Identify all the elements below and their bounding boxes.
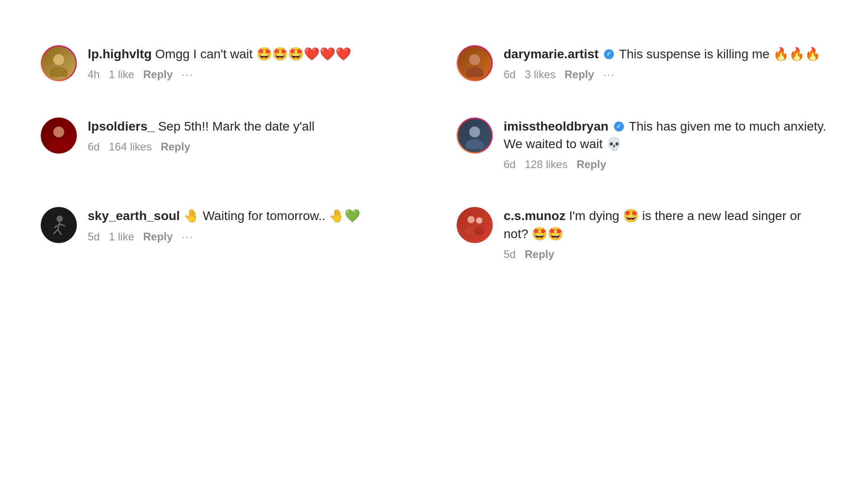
comment-meta: 6d 164 likes Reply xyxy=(88,141,411,153)
verified-badge-icon xyxy=(614,122,624,131)
comment-content: This suspense is killing me 🔥🔥🔥 xyxy=(619,47,821,61)
comment-text: lpsoldiers_ Sep 5th!! Mark the date y'al… xyxy=(88,117,411,135)
comment-meta: 5d Reply xyxy=(504,248,827,261)
comment-item: sky_earth_soul 🤚 Waiting for tomorrow.. … xyxy=(18,189,434,278)
more-options-button[interactable]: ··· xyxy=(182,68,193,81)
username: lp.highvltg xyxy=(88,47,152,61)
svg-point-7 xyxy=(50,139,68,149)
svg-point-4 xyxy=(469,54,480,65)
comment-meta: 6d 3 likes Reply ··· xyxy=(504,68,827,81)
like-count: 164 likes xyxy=(109,141,152,153)
like-count: 1 like xyxy=(109,68,134,81)
comment-body: lp.highvltg Omgg I can't wait 🤩🤩🤩❤️❤️❤️ … xyxy=(88,45,411,81)
comment-item: imisstheoldbryan This has given me to mu… xyxy=(434,99,850,189)
comment-content: Omgg I can't wait 🤩🤩🤩❤️❤️❤️ xyxy=(155,47,351,61)
comment-content: 🤚 Waiting for tomorrow.. 🤚💚 xyxy=(184,209,361,223)
svg-point-3 xyxy=(50,67,68,77)
svg-point-18 xyxy=(476,217,482,224)
svg-point-2 xyxy=(53,54,64,65)
comment-item: c.s.munoz I'm dying 🤩 is there a new lea… xyxy=(434,189,850,278)
svg-point-8 xyxy=(469,127,480,137)
comment-item: lp.highvltg Omgg I can't wait 🤩🤩🤩❤️❤️❤️ … xyxy=(18,27,434,99)
svg-line-12 xyxy=(53,230,58,234)
reply-button[interactable]: Reply xyxy=(565,68,594,81)
more-options-button[interactable]: ··· xyxy=(182,230,193,243)
reply-button[interactable]: Reply xyxy=(160,141,190,153)
svg-point-5 xyxy=(466,67,484,77)
reply-button[interactable]: Reply xyxy=(525,248,554,261)
verified-badge-icon xyxy=(604,49,614,59)
username: c.s.munoz xyxy=(504,209,566,223)
svg-point-6 xyxy=(53,127,64,137)
svg-point-16 xyxy=(467,216,475,223)
like-count: 3 likes xyxy=(525,68,556,81)
timestamp: 5d xyxy=(88,230,100,243)
reply-button[interactable]: Reply xyxy=(576,158,606,171)
svg-line-15 xyxy=(60,224,65,226)
svg-point-10 xyxy=(57,216,63,222)
more-options-button[interactable]: ··· xyxy=(603,68,615,81)
avatar xyxy=(41,45,77,81)
comment-meta: 4h 1 like Reply ··· xyxy=(88,68,411,81)
avatar xyxy=(41,207,77,243)
comment-meta: 5d 1 like Reply ··· xyxy=(88,230,411,243)
comment-text: darymarie.artist This suspense is killin… xyxy=(504,45,827,63)
comment-item: darymarie.artist This suspense is killin… xyxy=(434,27,850,99)
avatar xyxy=(41,117,77,154)
comment-body: imisstheoldbryan This has given me to mu… xyxy=(504,117,827,171)
svg-point-19 xyxy=(474,227,484,235)
username: darymarie.artist xyxy=(504,47,599,61)
comment-text: c.s.munoz I'm dying 🤩 is there a new lea… xyxy=(504,207,827,242)
timestamp: 6d xyxy=(88,141,100,153)
comment-meta: 6d 128 likes Reply xyxy=(504,158,827,171)
comment-text: sky_earth_soul 🤚 Waiting for tomorrow.. … xyxy=(88,207,411,225)
username: sky_earth_soul xyxy=(88,209,180,223)
comment-body: lpsoldiers_ Sep 5th!! Mark the date y'al… xyxy=(88,117,411,153)
comment-item: lpsoldiers_ Sep 5th!! Mark the date y'al… xyxy=(18,99,434,189)
timestamp: 4h xyxy=(88,68,100,81)
timestamp: 6d xyxy=(504,68,516,81)
avatar xyxy=(457,117,493,154)
avatar xyxy=(457,207,493,243)
comment-body: darymarie.artist This suspense is killin… xyxy=(504,45,827,81)
svg-point-9 xyxy=(466,139,484,149)
reply-button[interactable]: Reply xyxy=(143,230,173,243)
username: lpsoldiers_ xyxy=(88,119,155,133)
comment-body: sky_earth_soul 🤚 Waiting for tomorrow.. … xyxy=(88,207,411,243)
reply-button[interactable]: Reply xyxy=(143,68,173,81)
comment-text: imisstheoldbryan This has given me to mu… xyxy=(504,117,827,153)
username: imisstheoldbryan xyxy=(504,119,609,133)
comment-content: Sep 5th!! Mark the date y'all xyxy=(158,119,315,133)
comments-list: lp.highvltg Omgg I can't wait 🤩🤩🤩❤️❤️❤️ … xyxy=(0,0,868,306)
timestamp: 6d xyxy=(504,158,516,171)
timestamp: 5d xyxy=(504,248,516,261)
like-count: 128 likes xyxy=(525,158,568,171)
comment-text: lp.highvltg Omgg I can't wait 🤩🤩🤩❤️❤️❤️ xyxy=(88,45,411,63)
comment-body: c.s.munoz I'm dying 🤩 is there a new lea… xyxy=(504,207,827,260)
like-count: 1 like xyxy=(109,230,134,243)
svg-line-13 xyxy=(58,230,61,235)
avatar xyxy=(457,45,493,81)
